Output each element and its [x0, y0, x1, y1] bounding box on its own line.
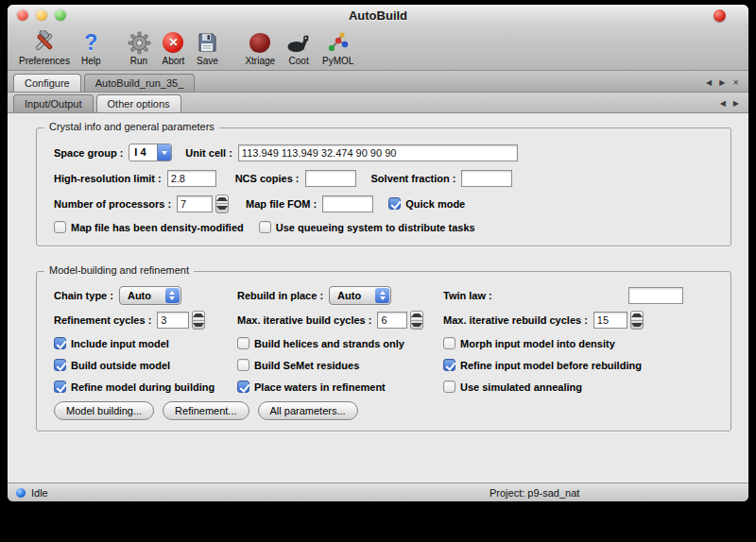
stepper-down-icon[interactable]	[216, 204, 228, 212]
simulated-annealing-checkbox[interactable]	[443, 381, 455, 393]
crystal-checkbox-row: Map file has been density-modified Use q…	[54, 216, 719, 238]
solvent-fraction-input[interactable]	[461, 170, 512, 187]
crystal-info-group: Crystal info and general parameters Spac…	[36, 127, 731, 246]
unit-cell-label: Unit cell :	[185, 147, 232, 159]
include-input-model-check-row[interactable]: Include input model	[54, 337, 237, 349]
rebuild-cycles-input[interactable]	[593, 312, 627, 329]
quick-mode-label: Quick mode	[405, 198, 465, 210]
tab-close-icon[interactable]: ✕	[732, 78, 739, 88]
tab-scroll-left-icon[interactable]: ◀	[706, 78, 712, 88]
solvent-fraction-label: Solvent fraction :	[371, 173, 456, 184]
queueing-checkbox[interactable]	[259, 221, 271, 233]
refine-during-check-row[interactable]: Refine model during building	[54, 381, 237, 393]
quick-mode-checkbox[interactable]	[388, 197, 401, 210]
toolbar-button-abort[interactable]: ✕ Abort	[157, 26, 191, 68]
tab-other-options[interactable]: Other options	[96, 94, 181, 112]
build-helices-check-row[interactable]: Build helices and strands only	[237, 337, 443, 349]
build-outside-check-row[interactable]: Build outside model	[54, 359, 237, 371]
abort-icon: ✕	[163, 29, 183, 56]
unit-cell-input[interactable]	[238, 144, 518, 161]
refine-during-label: Refine model during building	[71, 381, 215, 393]
toolbar-button-xtriage[interactable]: Xtriage	[239, 26, 281, 68]
queueing-check-row[interactable]: Use queueing system to distribute tasks	[259, 221, 475, 233]
rebuild-cycles-stepper[interactable]	[630, 311, 644, 330]
include-input-model-checkbox[interactable]	[54, 337, 66, 349]
space-group-value: I 4	[129, 144, 157, 161]
refinement-button[interactable]: Refinement...	[163, 401, 249, 420]
model-check-row-3: Refine model during building Place water…	[54, 376, 719, 398]
place-waters-checkbox[interactable]	[237, 381, 249, 393]
processors-input[interactable]	[177, 195, 213, 212]
processors-row: Number of processors : Map file FOM : Qu…	[54, 191, 719, 216]
crystal-info-group-title: Crystal info and general parameters	[44, 121, 219, 132]
build-cycles-input[interactable]	[377, 312, 407, 329]
space-group-combobox[interactable]: I 4	[129, 144, 172, 161]
xtriage-icon	[249, 29, 270, 56]
stepper-down-icon[interactable]	[193, 321, 204, 330]
refine-before-checkbox[interactable]	[443, 359, 455, 371]
refinement-cycles-stepper[interactable]	[192, 311, 205, 330]
build-outside-label: Build outside model	[71, 360, 170, 371]
refine-during-checkbox[interactable]	[54, 381, 66, 393]
tab-autobuild-run[interactable]: AutoBuild_run_35_	[84, 74, 196, 92]
place-waters-check-row[interactable]: Place waters in refinement	[237, 381, 443, 393]
tab-configure[interactable]: Configure	[13, 74, 81, 92]
chain-type-popup[interactable]: Auto	[119, 286, 181, 305]
stepper-down-icon[interactable]	[631, 321, 643, 330]
project-label: Project: p9-sad_nat	[490, 487, 579, 499]
quick-mode-check-row[interactable]: Quick mode	[388, 197, 465, 210]
title-bar[interactable]: AutoBuild	[8, 5, 748, 25]
toolbar-button-run[interactable]: Run	[122, 26, 157, 68]
stepper-up-icon[interactable]	[216, 195, 228, 205]
rebuild-in-place-value: Auto	[337, 290, 361, 301]
toolbar-button-help[interactable]: ? Help	[76, 26, 107, 68]
chain-type-cell: Chain type : Auto	[54, 286, 237, 305]
refinement-cycles-input[interactable]	[157, 312, 189, 329]
subtab-scroll-left-icon[interactable]: ◀	[720, 99, 726, 109]
build-helices-checkbox[interactable]	[237, 337, 249, 349]
minimize-button[interactable]	[36, 9, 47, 21]
titlebar-alert-icon[interactable]	[713, 9, 726, 22]
options-panel: Crystal info and general parameters Spac…	[8, 114, 748, 483]
simulated-annealing-check-row[interactable]: Use simulated annealing	[443, 381, 719, 393]
density-modified-check-row[interactable]: Map file has been density-modified	[54, 221, 244, 233]
morph-input-check-row[interactable]: Morph input model into density	[443, 337, 719, 349]
twin-law-input[interactable]	[628, 287, 683, 304]
toolbar-button-save[interactable]: Save	[190, 26, 224, 68]
tab-input-output[interactable]: Input/Output	[13, 94, 94, 112]
all-parameters-button[interactable]: All parameters...	[258, 401, 358, 420]
high-res-input[interactable]	[167, 170, 216, 187]
space-group-dropdown-icon[interactable]	[157, 144, 171, 161]
ncs-copies-input[interactable]	[305, 170, 356, 187]
model-building-button[interactable]: Model building...	[54, 401, 154, 420]
stepper-up-icon[interactable]	[193, 312, 204, 321]
semet-check-row[interactable]: Build SeMet residues	[237, 359, 443, 371]
tab-scroll-right-icon[interactable]: ▶	[719, 78, 725, 88]
processors-stepper[interactable]	[215, 195, 229, 213]
toolbar-button-preferences[interactable]: Preferences	[13, 26, 76, 68]
save-icon	[196, 29, 218, 56]
stepper-up-icon[interactable]	[631, 312, 643, 321]
stepper-down-icon[interactable]	[411, 321, 422, 330]
build-outside-checkbox[interactable]	[54, 359, 66, 371]
semet-checkbox[interactable]	[237, 359, 249, 371]
build-cycles-stepper[interactable]	[410, 311, 423, 330]
map-fom-input[interactable]	[322, 195, 373, 212]
subtab-nav-controls: ◀ ▶	[720, 99, 743, 112]
tab-nav-controls: ◀ ▶ ✕	[706, 78, 743, 92]
toolbar-button-pymol[interactable]: PyMOL	[317, 26, 359, 68]
refine-before-check-row[interactable]: Refine input model before rebuilding	[443, 359, 719, 371]
zoom-button[interactable]	[55, 9, 66, 21]
toolbar-button-coot[interactable]: Coot	[281, 26, 317, 68]
processors-label: Number of processors :	[54, 198, 171, 210]
morph-input-checkbox[interactable]	[443, 337, 455, 349]
build-cycles-label: Max. iterative build cycles :	[237, 314, 371, 326]
density-modified-checkbox[interactable]	[54, 221, 66, 233]
subtab-scroll-right-icon[interactable]: ▶	[733, 99, 739, 109]
stepper-up-icon[interactable]	[411, 312, 422, 321]
status-bar: Idle Project: p9-sad_nat	[8, 483, 748, 501]
close-button[interactable]	[17, 9, 28, 21]
ncs-copies-label: NCS copies :	[235, 173, 300, 184]
rebuild-in-place-popup[interactable]: Auto	[329, 286, 391, 305]
toolbar-label: Xtriage	[245, 56, 275, 67]
